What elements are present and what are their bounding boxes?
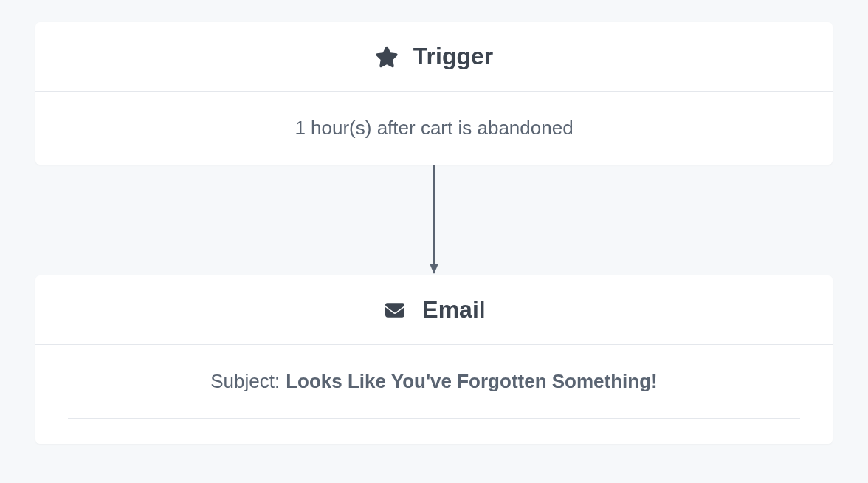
email-title: Email [422, 296, 485, 323]
email-subject-label: Subject: [210, 370, 280, 393]
svg-marker-1 [430, 264, 438, 274]
email-card-header: Email [35, 275, 833, 345]
trigger-card-body: 1 hour(s) after cart is abandoned [35, 92, 833, 165]
envelope-icon [382, 301, 407, 320]
email-subject-line: Subject: Looks Like You've Forgotten Som… [68, 370, 800, 419]
trigger-description: 1 hour(s) after cart is abandoned [294, 117, 573, 139]
trigger-title: Trigger [413, 43, 493, 70]
email-card[interactable]: Email Subject: Looks Like You've Forgott… [35, 275, 833, 444]
email-subject-value: Looks Like You've Forgotten Something! [286, 370, 658, 393]
star-icon [375, 45, 399, 69]
trigger-card-header: Trigger [35, 22, 833, 92]
trigger-card[interactable]: Trigger 1 hour(s) after cart is abandone… [35, 22, 833, 165]
flow-connector [35, 165, 833, 275]
email-card-body: Subject: Looks Like You've Forgotten Som… [35, 345, 833, 444]
